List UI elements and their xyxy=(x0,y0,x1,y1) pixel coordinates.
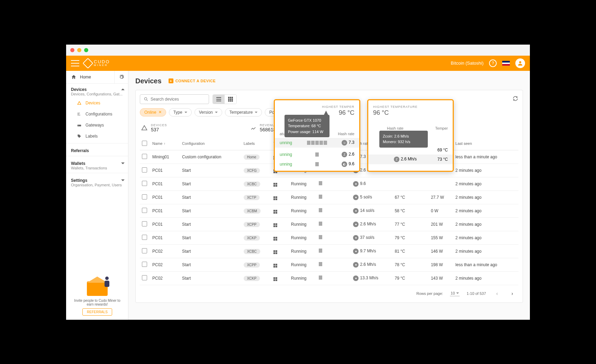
label-pill[interactable]: XCKP xyxy=(244,235,260,241)
label-pill[interactable]: XCTP xyxy=(244,195,260,200)
select-all-checkbox[interactable] xyxy=(142,141,147,146)
list-view-button[interactable] xyxy=(213,95,225,104)
sidebar-item-devices[interactable]: Devices xyxy=(66,97,128,109)
table-row[interactable]: PC01 Start XCBM Running ●14 sol/s 58 °C … xyxy=(140,204,518,217)
windows-icon xyxy=(273,223,278,227)
cell-hashrate: ●14 sol/s xyxy=(351,204,392,217)
cell-name: PC02 xyxy=(150,244,180,258)
col-lastseen[interactable]: Last seen xyxy=(453,137,518,150)
windows-icon xyxy=(273,210,278,214)
sidebar-item-labels[interactable]: Labels xyxy=(66,131,128,142)
next-page-button[interactable]: › xyxy=(508,289,516,298)
row-checkbox[interactable] xyxy=(142,248,147,253)
menu-icon[interactable] xyxy=(71,60,79,66)
row-checkbox[interactable] xyxy=(142,208,147,213)
prev-page-button[interactable]: ‹ xyxy=(493,289,501,298)
svg-point-2 xyxy=(78,125,79,125)
table-row[interactable]: PC01 Start XCBC Running ●9.6 2 minutes a… xyxy=(140,177,518,190)
cell-power: 143 W xyxy=(429,271,453,285)
col-labels[interactable]: Labels xyxy=(242,137,271,150)
gpu-tooltip: GeForce GTX 1070 Temperature: 68 °C Powe… xyxy=(285,115,329,138)
cell-lastseen: 2 minutes ago xyxy=(453,217,518,231)
plus-icon: + xyxy=(169,78,173,83)
gpu-bar xyxy=(319,276,322,280)
svg-point-0 xyxy=(519,61,521,63)
grid-view-button[interactable] xyxy=(225,95,236,104)
chip-type[interactable]: Type xyxy=(169,108,192,116)
chip-version[interactable]: Version xyxy=(195,108,222,116)
col-name[interactable]: Name↑ xyxy=(150,137,180,150)
sidebar-item-gateways[interactable]: Gateways xyxy=(66,120,128,131)
connect-device-button[interactable]: + CONNECT A DEVICE xyxy=(169,78,216,83)
account-icon[interactable] xyxy=(515,58,525,68)
maximize-window[interactable] xyxy=(84,48,88,52)
row-checkbox[interactable] xyxy=(142,262,147,267)
cell-config: Start xyxy=(180,217,242,231)
refresh-icon[interactable] xyxy=(512,95,518,103)
rows-per-page-select[interactable]: 10 xyxy=(450,290,460,296)
flag-icon[interactable] xyxy=(502,61,510,66)
close-window[interactable] xyxy=(70,48,74,52)
label-pill[interactable]: XCBC xyxy=(244,181,260,187)
label-pill[interactable]: XCFG xyxy=(244,168,260,173)
gpu-bar xyxy=(319,235,322,239)
home-icon xyxy=(71,74,76,80)
page-title: Devices xyxy=(135,77,162,85)
sidebar-item-configurations[interactable]: Configurations xyxy=(66,109,128,120)
row-checkbox[interactable] xyxy=(142,275,147,280)
row-checkbox[interactable] xyxy=(142,235,147,240)
cell-lastseen: 2 minutes ago xyxy=(453,164,518,177)
row-checkbox[interactable] xyxy=(142,154,147,159)
label-pill[interactable]: XCBM xyxy=(244,208,261,214)
windows-icon xyxy=(273,237,278,241)
col-config[interactable]: Configuration xyxy=(180,137,242,150)
cell-status: Running xyxy=(289,231,317,244)
cell-status: Running xyxy=(289,190,317,204)
sidebar-group-settings[interactable]: Settings Organisation, Payment, Users xyxy=(66,175,128,188)
highlight-overlay-2: HIGHEST TEMPERATURE 96 °C Hash rateTempe… xyxy=(367,99,454,172)
label-pill[interactable]: XCPP xyxy=(244,262,260,268)
referrals-button[interactable]: REFERRALS xyxy=(82,308,112,316)
sidebar-group-devices[interactable]: Devices Devices, Configurations, Gat... xyxy=(66,84,128,97)
warning-icon xyxy=(76,100,82,106)
row-checkbox[interactable] xyxy=(142,221,147,226)
cell-name: PC01 xyxy=(150,177,180,190)
sidebar-group-wallets[interactable]: Wallets Wallets, Transactions xyxy=(66,158,128,171)
home-label: Home xyxy=(80,75,91,80)
brand-logo[interactable]: CUDO MINER xyxy=(84,59,110,67)
balance-label[interactable]: Bitcoin (Satoshi) xyxy=(451,60,484,66)
label-pill[interactable]: XCPP xyxy=(244,222,260,227)
table-row[interactable]: PC01 Start XCPP Running ●2.6 Mh/s 77 °C … xyxy=(140,217,518,231)
table-row[interactable]: PC01 Start XCKP Running ●37 sol/s 79 °C … xyxy=(140,231,518,244)
page-range: 1-10 of 537 xyxy=(467,291,486,296)
row-checkbox[interactable] xyxy=(142,194,147,199)
sidebar-home[interactable]: Home xyxy=(66,71,128,84)
cell-status: Running xyxy=(289,177,317,190)
cell-temp: 58 °C xyxy=(392,204,429,217)
close-icon[interactable]: ✕ xyxy=(159,110,162,114)
hashrate-tooltip: Zcoin: 2.6 Mh/s Monero: 932 h/s xyxy=(379,131,428,148)
row-checkbox[interactable] xyxy=(142,167,147,172)
cell-config: Start xyxy=(180,177,242,190)
gpu-bar xyxy=(319,262,322,266)
table-row[interactable]: PC02 Start XCBC Running ●9.7 Mh/s 81 °C … xyxy=(140,244,518,258)
minimize-window[interactable] xyxy=(77,48,81,52)
chip-temperature[interactable]: Temperature xyxy=(225,108,262,116)
gear-icon[interactable] xyxy=(114,71,128,83)
table-row[interactable]: PC02 Start XCKP Running ●13.3 Mh/s 79 °C… xyxy=(140,271,518,285)
cell-lastseen: 2 minutes ago xyxy=(453,204,518,217)
cell-power: 0 W xyxy=(429,204,453,217)
search-input[interactable] xyxy=(140,94,209,104)
chip-online[interactable]: Online✕ xyxy=(140,108,166,116)
label-pill[interactable]: XCKP xyxy=(244,276,260,281)
table-row[interactable]: PC02 Start XCPP Running ●2.6 Mh/s 78 °C … xyxy=(140,258,518,271)
warning-icon xyxy=(141,125,147,131)
label-pill[interactable]: XCBC xyxy=(244,249,260,254)
row-checkbox[interactable] xyxy=(142,181,147,186)
label-pill[interactable]: Home xyxy=(244,155,260,160)
table-row[interactable]: PC01 Start XCTP Running ●5 sol/s 67 °C 2… xyxy=(140,190,518,204)
help-icon[interactable]: ? xyxy=(489,59,497,67)
windows-icon xyxy=(273,277,278,281)
cell-status: Running xyxy=(289,217,317,231)
sidebar-referrals[interactable]: Referrals xyxy=(66,145,128,155)
